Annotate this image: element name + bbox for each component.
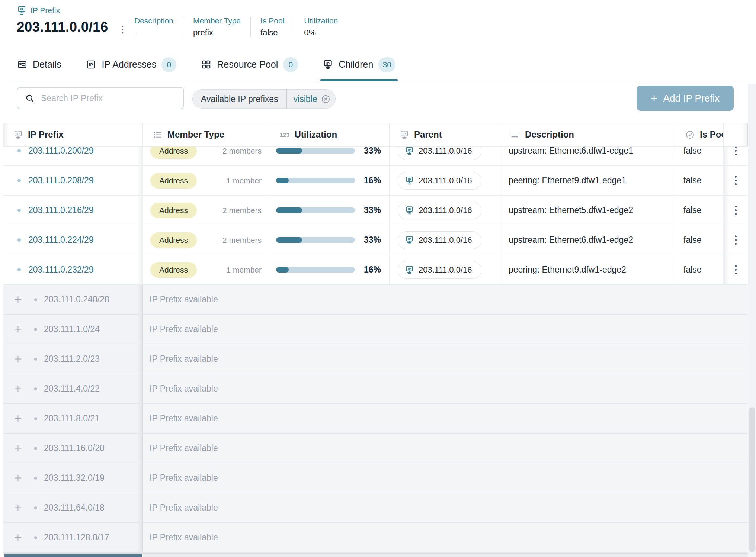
member-type-badge: Address (150, 203, 197, 218)
parent-prefix-chip[interactable]: 203.111.0.0/16 (398, 261, 481, 279)
tab-children[interactable]: Children 30 (323, 48, 395, 81)
cell-description: upstream: Ethernet6.dfw1-edge1 (500, 147, 675, 165)
cell-parent: 203.111.0.0/16 (390, 225, 500, 255)
field-label: Is Pool (260, 16, 284, 25)
status-bullet (34, 417, 37, 420)
cell-parent: 203.111.0.0/16 (390, 147, 500, 165)
add-ip-prefix-button-label: Add IP Prefix (663, 93, 720, 104)
utilization-bar (276, 148, 355, 154)
available-status-label: IP Prefix available (143, 285, 748, 314)
add-prefix-plus-icon[interactable] (13, 354, 23, 364)
status-bullet (17, 238, 21, 242)
vertical-scrollbar-thumb[interactable] (749, 407, 755, 552)
cell-parent: 203.111.0.0/16 (390, 166, 500, 195)
page-title: 203.111.0.0/16 (17, 19, 108, 35)
ip-address-icon: IP (86, 59, 96, 70)
add-prefix-plus-icon[interactable] (13, 413, 23, 424)
cell-available-prefix: 203.111.64.0/18 (3, 493, 143, 522)
row-kebab-menu-icon[interactable] (733, 263, 739, 277)
add-prefix-plus-icon[interactable] (13, 503, 23, 513)
filter-chip-label: Available IP prefixes (193, 94, 286, 104)
cell-utilization: 33% (270, 225, 390, 255)
utilization-percent: 33% (364, 235, 381, 245)
ip-prefix-icon (405, 265, 414, 274)
column-header-is-pool[interactable]: Is Pool (675, 123, 724, 146)
row-kebab-menu-icon[interactable] (733, 203, 739, 217)
cell-available-prefix: 203.111.4.0/22 (3, 374, 143, 403)
field-label: Description (134, 16, 173, 25)
column-header-description[interactable]: Description (500, 123, 675, 146)
row-kebab-menu-icon[interactable] (733, 174, 739, 187)
row-kebab-menu-icon[interactable] (733, 233, 739, 247)
column-header-ip-prefix[interactable]: IP Prefix (3, 123, 143, 146)
search-box (17, 87, 184, 109)
status-bullet (17, 209, 21, 212)
horizontal-scrollbar-thumb[interactable] (4, 554, 142, 557)
utilization-bar (276, 178, 355, 183)
available-prefix-row: 203.111.4.0/22 IP Prefix available (3, 374, 748, 404)
filter-chip-available-prefixes[interactable]: Available IP prefixes visible (192, 89, 336, 109)
cell-member-type: Address 2 members (143, 147, 270, 165)
add-prefix-plus-icon[interactable] (13, 532, 23, 542)
add-prefix-plus-icon[interactable] (13, 443, 23, 453)
column-header-label: Member Type (167, 129, 224, 140)
add-prefix-plus-icon[interactable] (13, 324, 23, 334)
utilization-bar (276, 267, 355, 273)
cell-available-prefix: 203.111.32.0/19 (3, 463, 143, 493)
parent-prefix-chip[interactable]: 203.111.0.0/16 (398, 202, 481, 219)
prefix-link[interactable]: 203.111.0.208/29 (28, 176, 94, 186)
ip-prefix-icon (405, 147, 414, 155)
breadcrumb[interactable]: IP Prefix (17, 5, 60, 15)
title-kebab-menu-icon[interactable]: ⋮ (118, 25, 128, 34)
available-status-label: IP Prefix available (143, 434, 748, 463)
available-prefix-label: 203.111.16.0/20 (44, 443, 105, 453)
available-status-label: IP Prefix available (143, 493, 748, 522)
prefix-link[interactable]: 203.111.0.216/29 (28, 205, 94, 215)
available-prefix-label: 203.111.64.0/18 (44, 503, 105, 513)
search-input[interactable] (41, 93, 176, 103)
cell-member-type: Address 2 members (143, 225, 270, 255)
cell-available-prefix: 203.111.16.0/20 (3, 434, 143, 463)
prefix-link[interactable]: 203.111.0.232/29 (28, 265, 94, 275)
ip-prefix-icon (405, 206, 414, 215)
field-value: - (134, 28, 173, 38)
parent-prefix-chip[interactable]: 203.111.0.0/16 (398, 147, 481, 160)
table-row: 203.111.0.200/29 Address 2 members 33% 2… (3, 147, 748, 166)
prefix-link[interactable]: 203.111.0.224/29 (28, 235, 94, 245)
add-prefix-plus-icon[interactable] (13, 294, 23, 305)
table-row: 203.111.0.224/29 Address 2 members 33% 2… (3, 225, 748, 255)
column-header-member-type[interactable]: Member Type (143, 123, 270, 146)
cell-is-pool: false (675, 225, 724, 255)
column-header-actions (724, 123, 748, 146)
parent-prefix-chip[interactable]: 203.111.0.0/16 (398, 172, 481, 190)
tab-ip-addresses[interactable]: IP IP Addresses 0 (86, 48, 176, 81)
tab-details[interactable]: Details (17, 48, 61, 81)
column-header-utilization[interactable]: 123 Utilization (270, 123, 390, 146)
add-prefix-plus-icon[interactable] (13, 384, 23, 394)
cell-parent: 203.111.0.0/16 (390, 255, 500, 284)
parent-prefix-chip[interactable]: 203.111.0.0/16 (398, 231, 481, 249)
ip-prefix-icon (405, 235, 414, 245)
prefix-link[interactable]: 203.111.0.200/29 (28, 147, 94, 156)
available-prefix-label: 203.111.128.0/17 (44, 532, 109, 542)
breadcrumb-label: IP Prefix (31, 6, 60, 15)
search-icon (25, 93, 35, 103)
row-kebab-menu-icon[interactable] (733, 147, 739, 158)
member-count: 2 members (222, 147, 262, 155)
cell-member-type: Address 2 members (143, 196, 270, 225)
resource-pool-grid-icon (201, 59, 212, 70)
cell-is-pool: false (675, 255, 724, 284)
svg-text:IP: IP (89, 62, 93, 67)
parent-prefix-label: 203.111.0.0/16 (419, 265, 472, 275)
member-count: 2 members (222, 206, 262, 215)
text-lines-icon (510, 130, 520, 140)
member-count: 1 member (226, 176, 262, 185)
tab-resource-pool[interactable]: Resource Pool 0 (201, 48, 298, 81)
available-prefix-row: 203.111.32.0/19 IP Prefix available (3, 463, 748, 493)
add-ip-prefix-button[interactable]: + Add IP Prefix (637, 86, 734, 111)
add-prefix-plus-icon[interactable] (13, 473, 23, 483)
available-prefix-row: 203.111.16.0/20 IP Prefix available (3, 434, 748, 463)
status-bullet (34, 358, 37, 361)
column-header-parent[interactable]: Parent (390, 123, 500, 146)
filter-remove-icon[interactable] (321, 94, 331, 104)
